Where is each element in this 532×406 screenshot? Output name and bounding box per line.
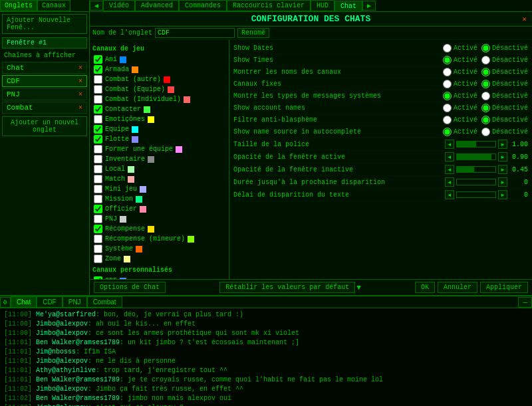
slider-left-arrow[interactable]: ◄ — [445, 190, 454, 199]
cancel-button[interactable]: Annuler — [438, 282, 477, 293]
chain-item-chat[interactable]: Chat × — [2, 62, 87, 74]
chat-tab-combat[interactable]: Combat — [87, 296, 122, 308]
channel-combat-equipe-label[interactable]: Combat (Equipe) — [105, 86, 165, 93]
nav-next-arrow[interactable]: ► — [362, 1, 376, 11]
msg-systemes-active-radio[interactable] — [443, 92, 452, 100]
show-dates-active-radio[interactable] — [443, 44, 452, 52]
add-window-button[interactable]: Ajouter Nouvelle Fenê... — [2, 14, 87, 34]
channel-former-checkbox[interactable] — [94, 145, 102, 153]
channel-armada-checkbox[interactable] — [94, 65, 102, 74]
channel-mission-label[interactable]: Mission — [105, 195, 133, 203]
canaux-fixes-desactive-radio[interactable] — [481, 80, 490, 88]
channel-match-label[interactable]: Match — [105, 175, 125, 183]
nav-tab-hud[interactable]: HUD — [311, 0, 334, 11]
channel-combat-autre-checkbox[interactable] — [94, 75, 102, 84]
chat-tab-chat[interactable]: Chat — [11, 296, 37, 308]
channel-combat-individuel-checkbox[interactable] — [94, 95, 102, 104]
nav-tab-commandes[interactable]: Commandes — [179, 0, 227, 11]
slider-right-arrow[interactable]: ► — [498, 190, 507, 199]
channel-minijeu-checkbox[interactable] — [94, 185, 102, 193]
channel-contacter-checkbox[interactable] — [94, 105, 102, 114]
show-times-active-radio[interactable] — [443, 56, 452, 64]
chain-close-icon[interactable]: × — [78, 91, 82, 98]
channel-ami-checkbox[interactable] — [94, 55, 102, 64]
channel-flotte-checkbox[interactable] — [94, 135, 102, 144]
reset-dropdown-icon[interactable]: ▼ — [356, 284, 361, 292]
chain-close-icon[interactable]: × — [78, 64, 82, 72]
channel-recompense-label[interactable]: Récompense — [105, 225, 145, 233]
channel-contacter-label[interactable]: Contacter — [105, 106, 141, 113]
blaspheme-active-radio[interactable] — [443, 116, 452, 124]
channel-inventaire-checkbox[interactable] — [94, 155, 102, 163]
channel-combat-individuel-label[interactable]: Combat (Individuel) — [105, 96, 181, 103]
canaux-fixes-active-radio[interactable] — [443, 80, 452, 88]
nav-tab-advanced[interactable]: Advanced — [135, 0, 179, 11]
channel-pnj-label[interactable]: PNJ — [105, 215, 117, 223]
slider-right-arrow[interactable]: ► — [498, 152, 507, 161]
close-button[interactable]: ✕ — [522, 15, 527, 23]
autocomplete-active-radio[interactable] — [443, 128, 452, 136]
chain-item-combat[interactable]: Combat × — [2, 102, 87, 114]
channel-names-desactive-radio[interactable] — [481, 68, 490, 76]
nav-prev-arrow[interactable]: ◄ — [90, 1, 103, 11]
rename-button[interactable]: Renomé — [237, 28, 269, 38]
channel-pnj-checkbox[interactable] — [94, 215, 102, 223]
slider-left-arrow[interactable]: ◄ — [445, 177, 454, 187]
account-names-active-radio[interactable] — [443, 104, 452, 112]
channel-recompense-checkbox[interactable] — [94, 225, 102, 233]
channel-names-active-radio[interactable] — [443, 68, 452, 76]
channel-systeme-checkbox[interactable] — [94, 245, 102, 253]
channel-equipe-label[interactable]: Equipe — [105, 126, 129, 133]
nav-tab-raccourcis[interactable]: Raccourcis clavier — [227, 0, 311, 11]
chain-close-icon[interactable]: × — [78, 104, 82, 112]
channel-combat-equipe-checkbox[interactable] — [94, 85, 102, 94]
channel-local-label[interactable]: Local — [105, 165, 125, 173]
add-onglet-button[interactable]: Ajouter un nouvel onglet — [2, 116, 87, 136]
msg-systemes-desactive-radio[interactable] — [481, 92, 490, 100]
channel-officier-label[interactable]: Officier — [105, 205, 137, 213]
chat-tab-pnj[interactable]: PNJ — [63, 296, 87, 308]
channel-zone-label[interactable]: Zone — [105, 255, 121, 262]
font-size-slider[interactable] — [456, 141, 496, 148]
slider-right-arrow[interactable]: ► — [498, 140, 507, 149]
channel-local-checkbox[interactable] — [94, 165, 102, 173]
disparition-duree-slider[interactable] — [456, 179, 496, 185]
opacity-inactive-slider[interactable] — [456, 166, 496, 173]
disparition-delai-slider[interactable] — [456, 191, 496, 198]
channel-emoticones-checkbox[interactable] — [94, 115, 102, 124]
nav-tab-chat[interactable]: Chat — [334, 1, 362, 11]
chain-close-icon[interactable]: × — [78, 78, 82, 85]
onglet-input[interactable] — [155, 28, 235, 38]
slider-right-arrow[interactable]: ► — [498, 165, 507, 174]
channel-systeme-label[interactable]: Système — [105, 245, 133, 253]
channel-emoticones-label[interactable]: Emotiçônes — [105, 116, 145, 123]
slider-left-arrow[interactable]: ◄ — [445, 140, 454, 149]
chain-item-pnj[interactable]: PNJ × — [2, 88, 87, 100]
account-names-desactive-radio[interactable] — [481, 104, 490, 112]
channel-equipe-checkbox[interactable] — [94, 125, 102, 134]
channel-former-label[interactable]: Former une équipe — [105, 146, 173, 153]
tab-canaux[interactable]: Canaux — [37, 0, 70, 11]
options-chat-button[interactable]: Options de Chat — [94, 282, 166, 293]
show-times-desactive-radio[interactable] — [481, 56, 490, 64]
tab-onglets[interactable]: Onglets — [0, 0, 37, 11]
channel-match-checkbox[interactable] — [94, 175, 102, 183]
slider-right-arrow[interactable]: ► — [498, 177, 507, 187]
channel-minijeu-label[interactable]: Mini jeu — [105, 185, 137, 193]
chain-item-cdf[interactable]: CDF × — [2, 75, 87, 87]
channel-mission-checkbox[interactable] — [94, 195, 102, 203]
apply-button[interactable]: Appliquer — [480, 282, 528, 293]
channel-officier-checkbox[interactable] — [94, 205, 102, 213]
channel-combat-autre-label[interactable]: Combat (autre) — [105, 76, 161, 83]
channel-zone-checkbox[interactable] — [94, 254, 102, 263]
chat-minimize-button[interactable]: — — [518, 297, 532, 308]
channel-flotte-label[interactable]: Flotte — [105, 136, 129, 143]
nav-tab-video[interactable]: Vidéo — [103, 0, 135, 11]
channel-recompense-mineure-checkbox[interactable] — [94, 235, 102, 243]
channel-recompense-mineure-label[interactable]: Récompense (mineure) — [105, 235, 185, 243]
autocomplete-desactive-radio[interactable] — [481, 128, 490, 136]
chat-tab-cdf[interactable]: CDF — [37, 296, 63, 308]
opacity-active-slider[interactable] — [456, 153, 496, 160]
channel-inventaire-label[interactable]: Inventaire — [105, 155, 145, 163]
channel-armada-label[interactable]: Armada — [105, 66, 129, 73]
